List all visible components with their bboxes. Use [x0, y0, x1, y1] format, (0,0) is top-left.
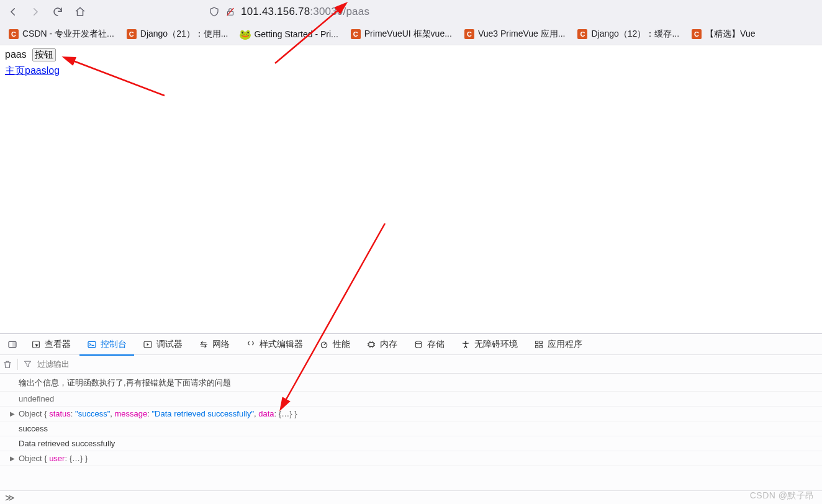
- console-toolbar: [0, 355, 822, 374]
- bookmark-item[interactable]: C【精选】Vue: [687, 26, 760, 42]
- devtools-tabs: 查看器 控制台 调试器 网络 样式编辑器 性能 内存 存储: [0, 334, 822, 355]
- svg-line-1: [227, 8, 234, 16]
- favicon: 🐸: [240, 29, 250, 39]
- tab-debugger[interactable]: 调试器: [135, 334, 190, 355]
- bookmark-label: Vue3 PrimeVue 应用...: [478, 29, 566, 40]
- forward-button[interactable]: [25, 2, 46, 21]
- divider: [17, 359, 18, 370]
- bookmark-item[interactable]: CDjango（12）：缓存...: [572, 26, 684, 42]
- svg-point-10: [465, 341, 467, 343]
- svg-rect-3: [12, 341, 16, 347]
- log-row[interactable]: 输出个信息，证明函数执行了,再有报错就是下面请求的问题: [0, 375, 822, 392]
- favicon: C: [577, 29, 587, 39]
- favicon: C: [464, 29, 474, 39]
- favicon: C: [692, 29, 702, 39]
- svg-rect-13: [536, 345, 538, 348]
- expand-icon[interactable]: ▶: [10, 410, 15, 417]
- devtools-panel: 查看器 控制台 调试器 网络 样式编辑器 性能 内存 存储: [0, 333, 822, 504]
- log-row-object[interactable]: ▶ Object { user: {…} }: [0, 451, 822, 466]
- bookmark-item[interactable]: 🐸Getting Started - Pri...: [235, 27, 343, 42]
- link-home[interactable]: 主页paaslog: [5, 65, 60, 76]
- url-host: 101.43.156.78: [241, 6, 310, 17]
- tab-inspector[interactable]: 查看器: [24, 334, 78, 355]
- tab-network[interactable]: 网络: [191, 334, 237, 355]
- url-text: 101.43.156.78:30030/paas: [241, 6, 369, 18]
- clear-console-button[interactable]: [2, 359, 12, 369]
- button-main[interactable]: 按钮: [32, 48, 56, 61]
- bookmark-item[interactable]: CPrimeVueUI 框架vue...: [346, 26, 457, 42]
- svg-rect-5: [88, 341, 96, 347]
- reload-button[interactable]: [47, 2, 68, 21]
- log-row[interactable]: Data retrieved successfully: [0, 436, 822, 451]
- svg-rect-8: [369, 342, 374, 346]
- watermark: CSDN @默子昂: [750, 490, 815, 502]
- tab-storage[interactable]: 存储: [406, 334, 452, 355]
- back-button[interactable]: [2, 2, 24, 21]
- browser-toolbar: 101.43.156.78:30030/paas CCSDN - 专业开发者社.…: [0, 0, 822, 45]
- tab-memory[interactable]: 内存: [359, 334, 405, 355]
- bookmark-item[interactable]: CDjango（21）：使用...: [122, 26, 233, 42]
- bookmark-label: PrimeVueUI 框架vue...: [364, 29, 452, 40]
- log-row[interactable]: undefined: [0, 392, 822, 407]
- console-log[interactable]: 输出个信息，证明函数执行了,再有报错就是下面请求的问题 undefined ▶ …: [0, 374, 822, 490]
- filter-icon: [23, 359, 32, 369]
- lock-off-icon: [225, 6, 236, 17]
- page-body: paas 按钮 主页paaslog: [0, 45, 822, 80]
- bookmark-item[interactable]: CVue3 PrimeVue 应用...: [459, 26, 571, 42]
- url-bar[interactable]: 101.43.156.78:30030/paas: [204, 2, 374, 22]
- svg-point-9: [415, 341, 421, 343]
- bookmark-label: Django（21）：使用...: [140, 29, 228, 40]
- devtools-dock-button[interactable]: [2, 334, 22, 355]
- bookmark-item[interactable]: CCSDN - 专业开发者社...: [4, 26, 119, 42]
- tab-accessibility[interactable]: 无障碍环境: [453, 334, 525, 355]
- console-prompt[interactable]: ≫: [0, 490, 822, 504]
- svg-rect-14: [540, 345, 542, 348]
- tab-performance[interactable]: 性能: [312, 334, 358, 355]
- favicon: C: [9, 29, 19, 39]
- bookmark-label: CSDN - 专业开发者社...: [22, 29, 114, 40]
- expand-icon[interactable]: ▶: [10, 455, 15, 462]
- log-row-object[interactable]: ▶ Object { status: "success", message: "…: [0, 407, 822, 421]
- home-button[interactable]: [70, 2, 91, 21]
- favicon: C: [127, 29, 137, 39]
- bookmark-label: Getting Started - Pri...: [254, 29, 338, 39]
- text-paas: paas: [5, 49, 27, 60]
- favicon: C: [351, 29, 361, 39]
- svg-rect-12: [540, 341, 542, 343]
- tab-application[interactable]: 应用程序: [526, 334, 590, 355]
- shield-icon: [209, 6, 220, 17]
- tab-console[interactable]: 控制台: [79, 334, 134, 355]
- console-filter-input[interactable]: [37, 359, 161, 369]
- bookmark-label: Django（12）：缓存...: [591, 29, 679, 40]
- svg-rect-11: [536, 341, 538, 343]
- log-row[interactable]: success: [0, 421, 822, 436]
- bookmark-label: 【精选】Vue: [705, 29, 755, 40]
- nav-row: 101.43.156.78:30030/paas: [0, 0, 822, 24]
- url-path: :30030/paas: [310, 6, 369, 17]
- tab-style-editor[interactable]: 样式编辑器: [238, 334, 310, 355]
- bookmarks-bar: CCSDN - 专业开发者社...CDjango（21）：使用...🐸Getti…: [0, 24, 822, 45]
